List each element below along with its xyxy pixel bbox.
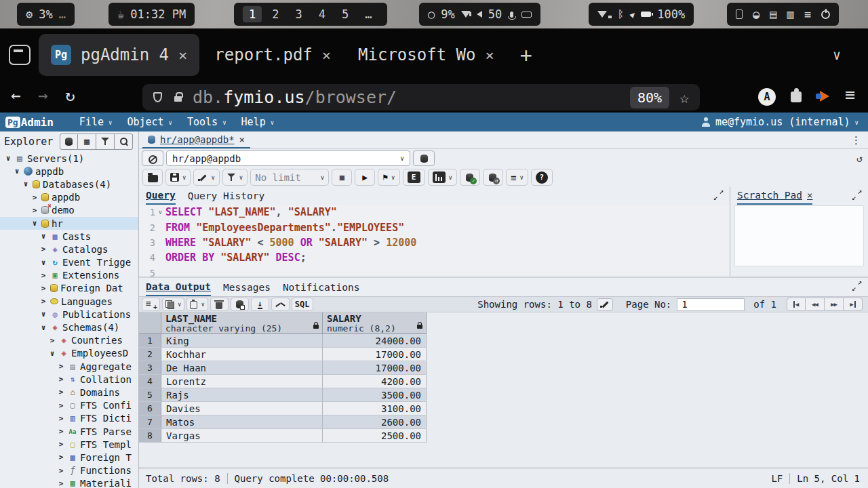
row-number[interactable]: 4 [139,375,161,388]
tree-item[interactable]: >demo [0,204,138,217]
tree-expander-icon[interactable]: > [57,362,65,371]
close-tab-icon[interactable]: × [239,134,245,145]
tree-expander-icon[interactable]: ∨ [39,310,47,319]
page-no-input[interactable]: 1 [677,298,745,311]
tree-expander-icon[interactable]: > [48,336,56,345]
tab-messages[interactable]: Messages [223,278,271,296]
copy-button[interactable]: ∨ [162,298,184,311]
tree-expander-icon[interactable]: ∨ [13,167,21,176]
tree-expander-icon[interactable]: > [31,193,39,202]
tree-expander-icon[interactable]: > [57,466,65,475]
next-page-button[interactable] [825,298,844,311]
expand-editor-icon[interactable] [713,190,724,200]
save-button[interactable]: ∨ [165,169,191,186]
cell-last-name[interactable]: Davies [161,402,323,415]
shield-icon[interactable] [153,92,162,102]
cell-salary[interactable]: 3100.00 [323,402,427,415]
query-panel-tab[interactable]: hr/app@appdb* × [142,131,250,148]
row-number[interactable]: 2 [139,348,161,361]
tree-expander-icon[interactable]: ∨ [22,180,30,188]
cell-salary[interactable]: 17000.00 [323,348,427,361]
cell-salary[interactable]: 2600.00 [323,415,427,429]
cursor-position[interactable]: Ln 5, Col 1 [797,473,860,484]
code-line[interactable]: 3WHERE "SALARY" < 5000 OR "SALARY" > 120… [139,235,730,250]
tree-item[interactable]: >Foreign Dat [0,282,138,295]
row-number-header[interactable] [139,312,161,334]
row-number[interactable]: 8 [139,429,161,443]
cell-last-name[interactable]: Lorentz [161,375,323,388]
tab-list-chevron-icon[interactable]: ∨ [833,47,841,63]
system-tray[interactable]: ◒ ▤ ▥ ≡ [727,3,839,26]
cell-salary[interactable]: 24000.00 [323,334,427,348]
tree-item[interactable]: >Materiali [0,477,138,488]
close-scratch-pad-icon[interactable]: × [807,190,812,201]
chevron-down-icon[interactable]: ∨ [182,174,186,181]
paste-button[interactable]: ∨ [186,298,208,311]
edit-range-button[interactable] [597,298,613,311]
filter-tree-button[interactable] [96,134,115,150]
menu-tools[interactable]: Tools∨ [187,116,226,128]
code-line[interactable]: 1∨SELECT "LAST_NAME", "SALARY" [139,205,730,220]
tree-item[interactable]: ∨Casts [0,230,138,243]
tree-expander-icon[interactable]: > [57,453,65,462]
connection-status-button[interactable] [142,150,163,166]
workspace-button[interactable]: 1 [243,6,262,22]
forward-button[interactable]: → [38,86,47,105]
cell-last-name[interactable]: Vargas [161,429,323,443]
tree-item[interactable]: ∨Databases(4) [0,178,138,190]
tree-expander-icon[interactable]: ∨ [39,232,47,241]
restore-layout-icon[interactable]: ↺ [856,152,863,165]
browser-tab[interactable]: Microsoft Wo× [346,34,507,76]
extensions-icon[interactable] [791,92,802,102]
tree-item[interactable]: ∨hr [0,217,138,230]
delete-row-button[interactable] [210,298,229,311]
tree-expander-icon[interactable]: ∨ [4,154,12,163]
user-menu[interactable]: me@fymio.us (internal) ∨ [701,116,859,128]
tree-item[interactable]: ∨Servers(1) [0,152,138,165]
object-select-button[interactable] [60,134,78,150]
code-line[interactable]: 5 [139,266,730,277]
tree-expander-icon[interactable]: ∨ [48,349,56,358]
chevron-down-icon[interactable]: ∨ [519,174,523,181]
tree-expander-icon[interactable]: > [31,206,39,215]
tree-expander-icon[interactable]: > [39,297,47,306]
row-number[interactable]: 3 [139,361,161,375]
connection-select[interactable]: hr/app@appdb ∨ [166,150,410,166]
code-line[interactable]: 4ORDER BY "SALARY" DESC; [139,250,730,265]
bookmark-star-icon[interactable]: ☆ [679,89,689,106]
properties-grid-button[interactable] [78,134,96,150]
tab-query[interactable]: Query [146,187,176,205]
chevron-down-icon[interactable]: ∨ [391,174,395,181]
download-csv-button[interactable] [251,298,269,311]
menu-help[interactable]: Help∨ [241,116,275,128]
chevron-down-icon[interactable]: ∨ [239,174,243,181]
workspace-button[interactable]: … [359,6,378,22]
tree-item[interactable]: >Languages [0,295,138,308]
tree-expander-icon[interactable]: > [39,271,47,280]
add-row-button[interactable] [142,298,160,311]
sql-editor[interactable]: 1∨SELECT "LAST_NAME", "SALARY"2FROM "Emp… [139,205,730,277]
chevron-down-icon[interactable]: ∨ [321,174,324,181]
tree-item[interactable]: >FTS Parse [0,425,138,438]
chevron-down-icon[interactable]: ∨ [211,174,214,181]
account-icon[interactable]: A [758,88,776,106]
tree-expander-icon[interactable]: ∨ [39,323,47,332]
lock-icon[interactable] [174,96,182,102]
tree-item[interactable]: >FTS Dicti [0,412,138,425]
tab-close-icon[interactable]: × [485,47,494,64]
rollback-button[interactable] [483,169,503,186]
prev-page-button[interactable] [806,298,825,311]
row-number[interactable]: 7 [139,415,161,429]
column-header-last-name[interactable]: LAST_NAME character varying (25) [161,312,323,334]
tree-item[interactable]: ∨appdb [0,165,138,178]
menu-file[interactable]: File∨ [79,116,113,128]
tree-expander-icon[interactable]: ∨ [31,219,39,228]
tree-item[interactable]: ∨Schemas(4) [0,321,138,333]
tree-expander-icon[interactable]: > [39,284,47,293]
network-indicator[interactable]: ᛒ ▶ 100% [589,3,694,26]
tree-item[interactable]: ∨Event Trigge [0,256,138,269]
sql-button[interactable]: SQL [292,298,313,311]
clock-indicator[interactable]: ☕ 01:32 PM [108,3,195,26]
code-line[interactable]: 2FROM "EmployeesDepartments"."EMPLOYEES" [139,220,730,235]
browser-menu-icon[interactable]: ≡ [845,85,855,104]
